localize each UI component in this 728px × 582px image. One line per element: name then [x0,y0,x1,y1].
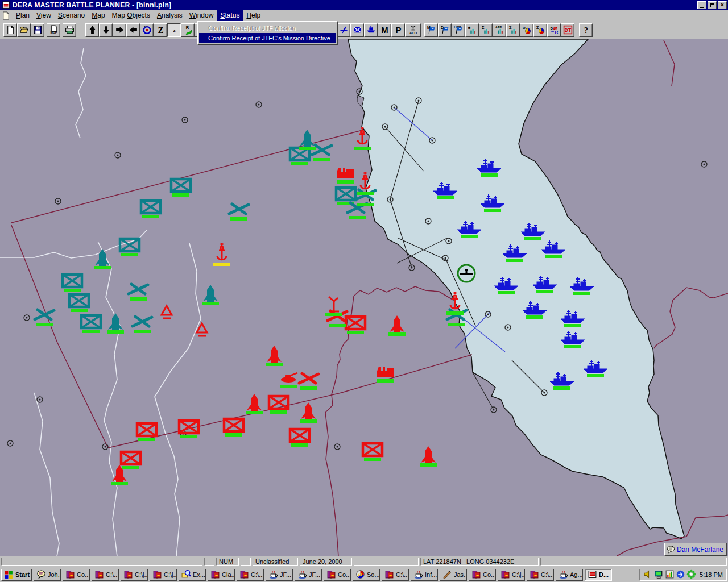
close-button[interactable]: × [718,1,727,9]
menu-window[interactable]: Window [186,10,217,21]
window-title: DERA MASTER BATTLE PLANNER - [binni.pln] [13,1,171,9]
svg-text:P: P [395,26,401,35]
sigma-flag-button[interactable]: Σ [438,23,452,37]
pm-chart-icon: ± [468,25,477,35]
toolbar: MBPZzRMPACOMΣLLTR±ΣAPPΣBGΣ5RDT? [0,21,728,39]
dera-app-icon [588,569,597,580]
mission-flag-button[interactable]: M [424,23,438,37]
taskbar-window-14[interactable]: Inf... [411,569,438,581]
dt-button[interactable]: DT [561,23,574,37]
gauge-icon[interactable] [665,569,675,580]
ship-icon [366,25,376,35]
transfer-5r-button[interactable]: 5R [547,23,561,37]
minimize-icon [700,4,704,8]
menu-view[interactable]: View [33,10,55,21]
taskbar-window-9[interactable]: JF... [266,569,293,581]
taskbar-window-15[interactable]: Jas... [440,569,467,581]
menu-map[interactable]: Map [88,10,108,21]
mbp-app-icon [94,569,104,580]
message-button[interactable] [350,23,364,37]
restore-button[interactable] [708,1,717,9]
classification-panel: Unclassified [253,558,298,566]
bg-pie-button[interactable]: BG [520,23,533,37]
zoom-in-button[interactable]: Z [154,23,167,37]
menu-status[interactable]: Status [217,10,243,21]
sigma-pie-button[interactable]: Σ [533,23,547,37]
menu-map-objects[interactable]: Map Objects [109,10,154,21]
plusminus-chart-button[interactable]: ± [465,23,479,37]
taskbar-window-1[interactable]: Joh... [34,569,61,581]
open-folder-icon [19,25,29,35]
taskbar-window-11[interactable]: Co... [324,569,351,581]
taskbar-window-16[interactable]: Co... [469,569,496,581]
save-plan-button[interactable] [31,23,44,37]
aco-button[interactable]: ACO [405,23,421,37]
taskbar-window-19[interactable]: Ag... [556,569,583,581]
menu-scenario[interactable]: Scenario [55,10,88,21]
mbp-app-icon [65,569,75,580]
map-area[interactable] [0,39,728,556]
menu-item-confirm-jtf-mission[interactable]: Confirm Receipt of JTF Mission [199,23,336,33]
sigma-chart-button[interactable]: Σ [479,23,493,37]
so32-icon: 32 [355,569,365,580]
display-icon[interactable] [654,569,664,580]
taskbar-window-5[interactable]: C:\j... [150,569,177,581]
taskbar-window-12[interactable]: 32So... [353,569,380,581]
menu-analysis[interactable]: Analysis [154,10,186,21]
bubble-icon [36,569,46,580]
taskbar-window-13[interactable]: C:\... [382,569,409,581]
redraw-flag-icon: R [183,25,193,35]
close-icon: × [721,2,724,8]
menu-plan[interactable]: Plan [13,10,33,21]
lltr-flag-button[interactable]: LLTR [452,23,465,37]
java-cup-icon [413,569,423,580]
pan-down-button[interactable] [99,23,113,37]
sigma-chart-2-button[interactable]: Σ [506,23,520,37]
help-button[interactable]: ? [579,23,593,37]
taskbar-window-20[interactable]: D... [585,569,612,581]
system-tray: 5:18 PM [639,569,727,581]
app-chart-button[interactable]: APP [493,23,506,37]
start-button[interactable]: Start [1,569,32,581]
taskbar-window-7[interactable]: Cla... [208,569,235,581]
arrow-right-icon [115,25,125,35]
taskbar-window-2[interactable]: Co... [63,569,90,581]
taskbar-window-17[interactable]: C:\j... [498,569,525,581]
taskbar-window-18[interactable]: C:\... [527,569,554,581]
map-canvas[interactable] [0,39,728,557]
menu-help[interactable]: Help [243,10,264,21]
mbp-app-icon [530,569,539,580]
p-mode-button[interactable]: P [391,23,405,37]
taskbar-window-10[interactable]: JF... [295,569,322,581]
taskbar-window-3[interactable]: C:\... [92,569,119,581]
pan-right-button[interactable] [113,23,126,37]
mbp-document-button[interactable]: MBP [47,23,60,37]
msg-blue-icon[interactable] [676,569,685,580]
sigma-flag-icon: Σ [440,25,450,35]
print-button[interactable] [63,23,76,37]
redraw-flag-button[interactable]: R [181,23,195,37]
document-icon[interactable] [2,11,10,20]
arrow-down-icon [101,25,111,35]
menu-item-confirm-jtfc-directive[interactable]: Confirm Receipt of JTFC's Mission Direct… [199,33,336,43]
m-mode-button[interactable]: M [378,23,391,37]
open-plan-button[interactable] [17,23,31,37]
minimize-button[interactable] [697,1,706,9]
naval-units-button[interactable] [364,23,378,37]
center-target-button[interactable] [140,23,154,37]
taskbar-window-4[interactable]: C:\j... [121,569,148,581]
taskbar-window-8[interactable]: C:\... [237,569,264,581]
mbp-doc-icon: MBP [49,25,59,35]
new-plan-button[interactable] [3,23,17,37]
taskbar-window-6[interactable]: Ex... [179,569,206,581]
svg-text:R: R [555,30,558,35]
speaker-icon[interactable] [643,569,653,580]
pan-left-button[interactable] [126,23,140,37]
app-chart-icon: APP [495,25,504,35]
svg-text:MBP: MBP [50,31,57,34]
zoom-out-button[interactable]: z [167,23,181,37]
air-units-button[interactable] [337,23,350,37]
java-cup-icon [268,569,278,580]
pan-up-button[interactable] [85,23,99,37]
icq-flower-icon[interactable] [686,569,696,580]
